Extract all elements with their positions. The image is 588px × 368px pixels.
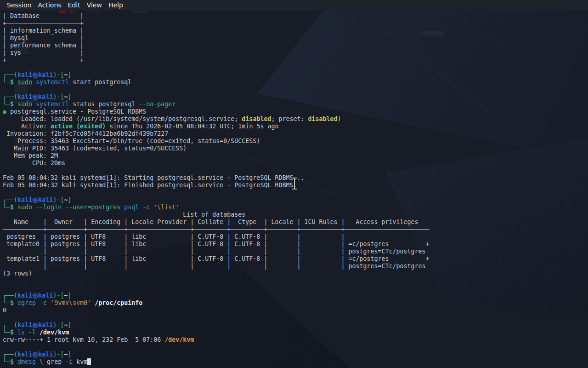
terminal-text: )-[ <box>53 292 64 299</box>
terminal-text: kali㉿kali <box>17 292 53 299</box>
terminal-line: ───────────+──────────+──────────+──────… <box>3 226 588 233</box>
terminal-line: ┌──(kali㉿kali)-[~] <box>3 93 588 101</box>
terminal-line: | | | | | | | | postgres=CTc/postgres <box>3 263 588 270</box>
terminal-line: Mem peak: 2M <box>3 152 588 160</box>
terminal-line: +────────────────────+ <box>3 57 588 64</box>
terminal-text: $ <box>10 204 14 211</box>
terminal-line <box>3 64 588 71</box>
menu-bar: Session Actions Edit View Help <box>0 0 588 10</box>
terminal-text: ┌──( <box>3 71 17 78</box>
terminal-line: └─$ egrep -c '9vmx\svm0' /proc/cpuinfo <box>3 299 588 307</box>
terminal-text: -c <box>142 204 150 211</box>
terminal-line: ┌──(kali㉿kali)-[~] <box>3 322 588 329</box>
menu-help[interactable]: Help <box>105 0 126 10</box>
terminal-text: )-[ <box>53 351 64 358</box>
terminal-text: template0 | postgres | UTF8 | libc | C.U… <box>3 241 430 247</box>
terminal-text: kvm <box>73 358 87 365</box>
terminal-text <box>14 204 17 211</box>
terminal-text: --no-pager <box>139 101 175 108</box>
terminal-line: 0 <box>3 307 588 314</box>
text-cursor <box>87 358 91 365</box>
terminal-text: kali㉿kali <box>17 196 53 203</box>
terminal-text: systemctl <box>36 79 69 86</box>
terminal-text: dmesg <box>17 358 36 365</box>
terminal-text: )-[ <box>53 322 64 328</box>
menu-view[interactable]: View <box>84 0 105 10</box>
terminal-line: ┌──(kali㉿kali)-[~] <box>3 292 588 299</box>
terminal-text <box>14 358 17 365</box>
terminal-line: ┌──(kali㉿kali)-[~] <box>3 196 588 204</box>
terminal-text: Process: 35463 ExecStart=/bin/true (code… <box>3 138 260 144</box>
terminal-text: +────────────────────+ <box>3 20 84 27</box>
terminal-text: disabled <box>242 115 271 122</box>
terminal-text: /dev/kvm <box>164 336 194 343</box>
terminal-text: sudo <box>17 101 32 108</box>
terminal-line: | mysql | <box>3 34 588 42</box>
terminal-text: -c <box>40 299 47 306</box>
terminal-text: $ <box>10 79 14 86</box>
terminal-text: --login <box>36 204 62 211</box>
terminal-text: -i <box>65 358 73 365</box>
terminal-text: $ <box>10 101 14 108</box>
terminal-line <box>3 86 588 93</box>
terminal-text <box>91 299 95 306</box>
terminal-text: ) <box>338 115 341 122</box>
terminal-text <box>32 79 36 86</box>
terminal-text: ] <box>68 71 71 78</box>
terminal-line: Main PID: 35463 (code=exited, status=0/S… <box>3 145 588 152</box>
terminal-text: ┌──( <box>3 322 17 328</box>
terminal-text: | | | | | | | | postgres=CTc/postgres <box>3 263 426 270</box>
menu-edit[interactable]: Edit <box>65 0 84 10</box>
terminal-text: --user=postgres <box>65 204 120 211</box>
terminal-text: '9vmx\svm0' <box>51 299 91 306</box>
terminal-line: └─$ sudo systemctl status postgresql --n… <box>3 101 588 108</box>
terminal-line: └─$ sudo --login --user=postgres psql -c… <box>3 204 588 211</box>
terminal-text <box>32 204 36 211</box>
terminal-text: (3 rows) <box>3 270 32 277</box>
terminal-text: ───────────+──────────+──────────+──────… <box>3 226 430 233</box>
terminal-line: Process: 35463 ExecStart=/bin/true (code… <box>3 138 588 145</box>
terminal-text: | performance_schema | <box>3 42 84 49</box>
terminal-line <box>3 344 588 351</box>
terminal-text: ┌──( <box>3 93 17 100</box>
terminal-text: psql <box>124 204 139 211</box>
terminal-text <box>25 329 28 336</box>
menu-actions[interactable]: Actions <box>34 0 64 10</box>
terminal-text <box>32 101 36 108</box>
terminal-text: ] <box>68 322 71 328</box>
terminal-text: /proc/cpuinfo <box>95 299 142 306</box>
terminal-line: | sys | <box>3 49 588 57</box>
terminal-text: Mem peak: 2M <box>3 152 58 159</box>
terminal-text: └─ <box>3 358 10 365</box>
terminal-text: ┌──( <box>3 351 17 358</box>
terminal-text: | sys | <box>3 49 84 56</box>
terminal-line: | Database | <box>3 12 588 20</box>
terminal-line <box>3 285 588 292</box>
terminal-text: ; preset: <box>271 115 308 122</box>
terminal-text: ] <box>68 93 71 100</box>
terminal-text: /dev/kvm <box>40 329 69 336</box>
terminal-text: Main PID: 35463 (code=exited, status=0/S… <box>3 145 187 152</box>
terminal-text: systemctl <box>36 101 69 108</box>
terminal-text <box>62 204 65 211</box>
terminal-text: ] <box>68 351 71 358</box>
terminal-text: )-[ <box>53 71 64 78</box>
terminal-text: -l <box>28 329 36 336</box>
terminal-text: └─ <box>3 299 10 306</box>
terminal-line: Invocation: f2bf5c7cd05f4412ba6b92df439b… <box>3 130 588 138</box>
menu-session[interactable]: Session <box>4 0 34 10</box>
terminal-text: Feb 05 08:04:32 kali systemd[1]: Startin… <box>3 174 304 181</box>
terminal-text: Invocation: f2bf5c7cd05f4412ba6b92df439b… <box>3 130 168 137</box>
terminal-line: Loaded: loaded (/usr/lib/systemd/system/… <box>3 115 588 123</box>
terminal-text: kali㉿kali <box>17 351 53 358</box>
terminal-line: CPU: 20ms <box>3 160 588 167</box>
terminal-text <box>14 79 17 86</box>
terminal-text: start postgresql <box>69 79 131 86</box>
terminal-text: kali㉿kali <box>17 322 53 328</box>
terminal-text: )-[ <box>53 196 64 203</box>
terminal-text: 0 <box>3 307 6 314</box>
terminal-line: List of databases <box>3 211 588 218</box>
terminal-text: └─ <box>3 79 10 86</box>
terminal-text: sudo <box>17 79 32 86</box>
terminal-line <box>3 167 588 174</box>
